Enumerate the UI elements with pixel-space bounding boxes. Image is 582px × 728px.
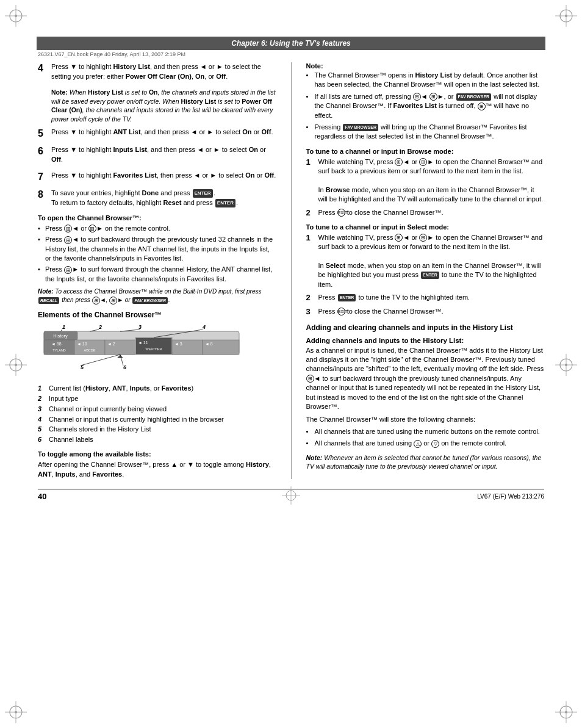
icon-b1-1: ⊞ [395,158,403,166]
step-6-number: 6 [38,145,48,165]
browse-mode-heading: To tune to a channel or input in Browse … [306,148,545,155]
corner-mark-tr [555,5,577,27]
toggle-heading: To toggle among the available lists: [38,450,276,458]
right-note-1: The Channel Browser™ opens in History Li… [306,71,545,90]
toggle-text: After opening the Channel Browser™, pres… [38,460,276,479]
right-note-label: Note: [306,62,545,70]
svg-text:WEATHER: WEATHER [145,347,162,351]
legend-5: 5 Channels stored in the History List [38,425,276,434]
step-7: 7 Press ▼ to highlight Favorites List, t… [38,171,276,182]
step-5-number: 5 [38,128,48,139]
svg-point-7 [565,15,567,17]
icon-r2-2: ⊞ [429,93,437,101]
file-info: 26321.V67_EN.book Page 40 Friday, April … [38,51,544,57]
recall-btn: RECALL [38,297,59,305]
icon-s1-1: ⊞ [395,234,403,242]
svg-text:6: 6 [123,364,127,370]
svg-text:3: 3 [138,324,142,330]
legend-1: 1 Current list (History, ANT, Inputs, or… [38,384,276,393]
enter-icon-s2: ENTER [338,294,356,301]
legend-6: 6 Channel labels [38,435,276,444]
step-7-number: 7 [38,171,48,182]
right-note-2: If all lists are turned off, pressing ⊞◄… [306,92,545,120]
crosshair-right [555,354,577,376]
select-step-2: 2 Press ENTER to tune the TV to the high… [306,293,545,303]
icon-r2-3: ⊞ [478,103,486,110]
left-column: 4 Press ▼ to highlight History List, and… [38,62,276,479]
svg-line-54 [120,355,123,366]
step-6: 6 Press ▼ to highlight Inputs List, and … [38,145,276,165]
svg-text:◄ 10: ◄ 10 [77,342,87,346]
adding-sub-heading: Adding channels and inputs to the Histor… [306,337,545,344]
svg-point-19 [15,364,17,366]
corner-mark-br [555,701,577,723]
open-channel-browser-list: Press ⊞◄ or ⊞► on the remote control. Pr… [38,224,276,284]
list-item-3: Press ⊞► to surf forward through the cha… [38,265,276,284]
svg-text:◄ 2: ◄ 2 [107,342,115,346]
step-8-number: 8 [38,189,48,208]
recall-icon-2: ⊞ [88,225,96,232]
icon-s1-2: ⊞ [419,234,427,242]
svg-text:1: 1 [62,324,65,330]
ch-down-icon: ▽ [431,440,439,448]
browse-step-2: 2 Press EXIT to close the Channel Browse… [306,208,545,218]
footer-crosshair [282,486,300,505]
adding-text-2: The Channel Browser™ will store the foll… [306,415,545,424]
select-step-1: 1 While watching TV, press ⊞◄ or ⊞► to o… [306,233,545,289]
step-8: 8 To save your entries, highlight Done a… [38,189,276,208]
right-note-3: Pressing FAV BROWSER will bring up the C… [306,123,545,142]
step-5-content: Press ▼ to highlight ANT List, and then … [51,128,276,139]
svg-text:4: 4 [202,324,206,330]
icon-r2-1: ⊞ [413,93,421,101]
elements-title: Elements of the Channel Browser™ [38,311,276,319]
note-step4: Note: When History List is set to On, th… [51,88,276,124]
right-column: Note: The Channel Browser™ opens in Hist… [306,62,545,479]
svg-text:◄ 11: ◄ 11 [138,341,148,345]
step-7-content: Press ▼ to highlight Favorites List, the… [51,171,276,182]
legend-3: 3 Channel or input currently being viewe… [38,405,276,414]
enter-icon-1: ENTER [193,189,213,198]
svg-text:2: 2 [98,324,102,330]
svg-text:◄ 3: ◄ 3 [174,342,182,346]
step-5: 5 Press ▼ to highlight ANT List, and the… [38,128,276,139]
recall-icon-4: ⊞ [64,266,72,274]
adding-text-1: As a channel or input is tuned, the Chan… [306,346,545,412]
enter-icon-s: ENTER [421,272,439,279]
page-number: 40 [38,492,46,501]
browse-step-1: 1 While watching TV, press ⊞◄ or ⊞► to o… [306,157,545,204]
svg-text:ABCDE: ABCDE [84,348,96,352]
icon-left: ⊞ [92,297,100,305]
select-mode-heading: To tune to a channel or input in Select … [306,223,545,231]
browser-diagram: 1 2 3 4 History ◄ 88 TYLAND [38,323,276,379]
svg-point-23 [565,364,567,366]
adding-section: Adding and clearing channels and inputs … [306,323,545,471]
open-channel-browser-heading: To open the Channel Browser™: [38,214,276,222]
toggle-section: To toggle among the available lists: Aft… [38,450,276,479]
enter-icon-2: ENTER [215,199,235,207]
elements-section: Elements of the Channel Browser™ 1 2 3 4… [38,311,276,444]
svg-text:History: History [53,333,68,339]
page-footer: 40 LV67 (E/F) Web 213:276 [38,489,544,501]
fav-browser-btn: FAV BROWSER [132,297,168,305]
step-8-content: To save your entries, highlight Done and… [51,189,276,208]
exit-icon-2: EXIT [337,308,345,315]
browser-legend: 1 Current list (History, ANT, Inputs, or… [38,384,276,444]
footer-right-text: LV67 (E/F) Web 213:276 [477,493,544,500]
select-mode-section: To tune to a channel or input in Select … [306,223,545,317]
select-step-3: 3 Press EXIT to close the Channel Browse… [306,307,545,317]
crosshair-left [5,354,27,376]
corner-mark-bl [5,701,27,723]
svg-text:TYLAND: TYLAND [52,348,66,352]
corner-mark-tl [5,5,27,27]
recall-icon-1: ⊞ [64,225,72,232]
icon-b1-2: ⊞ [419,158,427,166]
adding-main-heading: Adding and clearing channels and inputs … [306,323,545,332]
list-item-1: Press ⊞◄ or ⊞► on the remote control. [38,224,276,233]
adding-bullet-2: All channels that are tuned using △ or ▽… [306,439,545,448]
chapter-header: Chapter 6: Using the TV's features [37,37,545,50]
fav-browser-icon-2: FAV BROWSER [343,124,378,131]
browse-mode-section: To tune to a channel or input in Browse … [306,148,545,218]
adding-note: Note: Whenever an item is selected that … [306,453,545,471]
legend-2: 2 Input type [38,394,276,403]
right-note-section: Note: The Channel Browser™ opens in Hist… [306,62,545,142]
